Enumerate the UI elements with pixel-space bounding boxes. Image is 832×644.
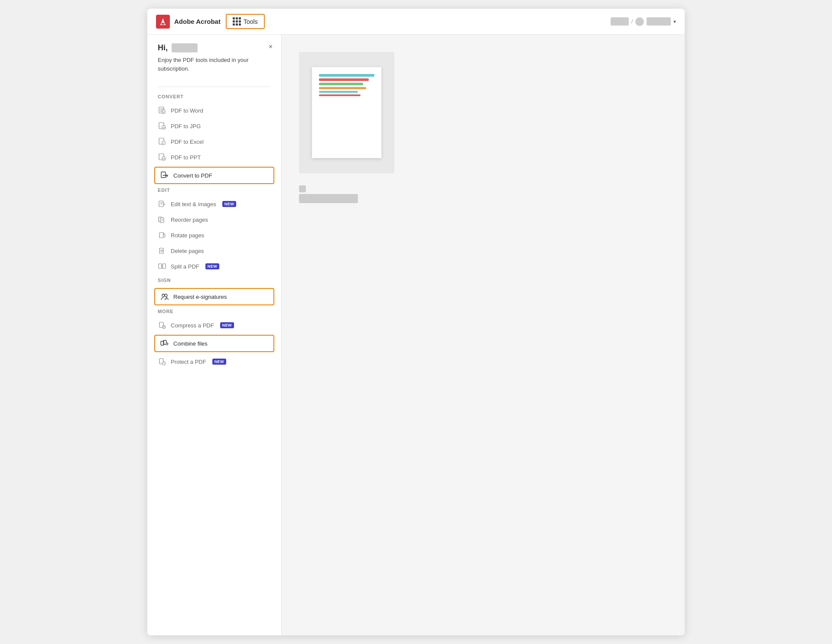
pdf-to-jpg-icon: JPG bbox=[158, 122, 166, 130]
delete-pages-icon bbox=[158, 246, 166, 255]
pdf-to-ppt-label: PDF to PPT bbox=[171, 154, 201, 161]
svg-rect-19 bbox=[162, 264, 166, 269]
acrobat-logo-icon bbox=[158, 17, 168, 26]
google-drive-icon bbox=[635, 17, 644, 26]
sidebar-subtitle: Enjoy the PDF tools included in your sub… bbox=[158, 56, 271, 73]
file-type-icon bbox=[299, 185, 306, 192]
grid-icon bbox=[233, 17, 241, 26]
delete-pages-label: Delete pages bbox=[171, 248, 204, 254]
tools-label: Tools bbox=[244, 18, 258, 25]
tools-button[interactable]: Tools bbox=[226, 14, 265, 29]
pdf-line-6 bbox=[319, 94, 361, 96]
split-pdf-badge: NEW bbox=[205, 263, 219, 269]
file-info bbox=[299, 185, 358, 203]
greeting: Hi, bbox=[158, 43, 271, 52]
svg-rect-18 bbox=[159, 264, 162, 269]
pdf-line-4 bbox=[319, 87, 366, 89]
edit-text-images-icon bbox=[158, 200, 166, 208]
sidebar-item-rotate-pages[interactable]: Rotate pages bbox=[147, 227, 281, 243]
sidebar-item-split-pdf[interactable]: Split a PDF NEW bbox=[147, 259, 281, 274]
combine-files-icon bbox=[160, 339, 169, 348]
svg-point-21 bbox=[165, 294, 167, 297]
file-name-blurred bbox=[299, 194, 358, 203]
acrobat-logo bbox=[156, 15, 170, 29]
svg-point-20 bbox=[162, 294, 165, 297]
file-name-blurred-header bbox=[647, 17, 671, 26]
pdf-to-excel-label: PDF to Excel bbox=[171, 139, 204, 145]
rotate-pages-label: Rotate pages bbox=[171, 232, 204, 239]
sidebar-item-protect-pdf[interactable]: Protect a PDF NEW bbox=[147, 354, 281, 369]
section-label-edit: EDIT bbox=[147, 188, 281, 196]
pdf-line-2 bbox=[319, 78, 369, 81]
svg-rect-16 bbox=[159, 233, 163, 238]
svg-text:W: W bbox=[162, 111, 165, 113]
protect-pdf-icon bbox=[158, 357, 166, 366]
protect-pdf-badge: NEW bbox=[212, 359, 226, 365]
sidebar-item-request-esignatures[interactable]: Request e-signatures bbox=[154, 288, 274, 305]
divider-top bbox=[158, 87, 271, 87]
pdf-preview bbox=[299, 52, 394, 173]
header-right: / ▾ bbox=[611, 17, 676, 26]
split-pdf-icon bbox=[158, 262, 166, 271]
compress-pdf-icon bbox=[158, 321, 166, 330]
pdf-line-1 bbox=[319, 74, 374, 77]
sidebar-item-pdf-to-word[interactable]: W PDF to Word bbox=[147, 103, 281, 118]
user-name-blurred bbox=[611, 17, 628, 26]
pdf-to-word-icon: W bbox=[158, 106, 166, 115]
rotate-pages-icon bbox=[158, 231, 166, 239]
sidebar-header: Hi, × Enjoy the PDF tools included in yo… bbox=[147, 43, 281, 87]
chevron-down-icon[interactable]: ▾ bbox=[673, 19, 676, 25]
main-layout: Hi, × Enjoy the PDF tools included in yo… bbox=[147, 35, 685, 635]
pdf-to-jpg-label: PDF to JPG bbox=[171, 123, 201, 129]
convert-to-pdf-label: Convert to PDF bbox=[173, 172, 212, 179]
convert-to-pdf-icon bbox=[160, 171, 169, 180]
svg-rect-15 bbox=[160, 218, 164, 223]
sidebar-item-pdf-to-jpg[interactable]: JPG PDF to JPG bbox=[147, 118, 281, 134]
header: Adobe Acrobat Tools / ▾ bbox=[147, 9, 685, 35]
sidebar-item-pdf-to-excel[interactable]: X PDF to Excel bbox=[147, 134, 281, 149]
sidebar: Hi, × Enjoy the PDF tools included in yo… bbox=[147, 35, 282, 635]
sidebar-item-pdf-to-ppt[interactable]: PPT PDF to PPT bbox=[147, 149, 281, 165]
user-first-name-blurred bbox=[172, 43, 198, 52]
request-esignatures-label: Request e-signatures bbox=[173, 294, 227, 300]
svg-text:JPG: JPG bbox=[162, 127, 166, 129]
split-pdf-label: Split a PDF bbox=[171, 263, 199, 270]
logo-area: Adobe Acrobat bbox=[156, 15, 221, 29]
compress-pdf-label: Compress a PDF bbox=[171, 322, 214, 329]
compress-pdf-badge: NEW bbox=[220, 322, 234, 328]
section-label-convert: CONVERT bbox=[147, 94, 281, 103]
content-area bbox=[282, 35, 685, 635]
file-icon-row bbox=[299, 185, 358, 192]
section-label-more: MORE bbox=[147, 309, 281, 317]
pdf-line-3 bbox=[319, 83, 363, 85]
close-button[interactable]: × bbox=[269, 43, 273, 50]
sidebar-item-delete-pages[interactable]: Delete pages bbox=[147, 243, 281, 259]
pdf-to-word-label: PDF to Word bbox=[171, 107, 203, 114]
sidebar-item-reorder-pages[interactable]: Reorder pages bbox=[147, 212, 281, 227]
svg-text:PPT: PPT bbox=[162, 158, 166, 160]
combine-files-label: Combine files bbox=[173, 340, 208, 347]
pdf-to-excel-icon: X bbox=[158, 137, 166, 146]
sidebar-item-compress-pdf[interactable]: Compress a PDF NEW bbox=[147, 317, 281, 333]
section-label-sign: SIGN bbox=[147, 278, 281, 286]
protect-pdf-label: Protect a PDF bbox=[171, 359, 206, 365]
app-title: Adobe Acrobat bbox=[174, 18, 221, 25]
pdf-page bbox=[312, 67, 381, 158]
breadcrumb-separator: / bbox=[631, 18, 633, 25]
edit-text-images-badge: NEW bbox=[222, 201, 236, 207]
pdf-to-ppt-icon: PPT bbox=[158, 153, 166, 162]
request-esignatures-icon bbox=[160, 292, 169, 301]
reorder-pages-icon bbox=[158, 215, 166, 224]
sidebar-item-combine-files[interactable]: Combine files bbox=[154, 335, 274, 352]
svg-rect-12 bbox=[161, 172, 166, 178]
sidebar-item-convert-to-pdf[interactable]: Convert to PDF bbox=[154, 167, 274, 184]
edit-text-images-label: Edit text & images bbox=[171, 201, 216, 207]
sidebar-item-edit-text-images[interactable]: Edit text & images NEW bbox=[147, 196, 281, 212]
reorder-pages-label: Reorder pages bbox=[171, 217, 208, 223]
app-window: Adobe Acrobat Tools / ▾ Hi, bbox=[147, 9, 685, 635]
pdf-line-5 bbox=[319, 91, 358, 93]
